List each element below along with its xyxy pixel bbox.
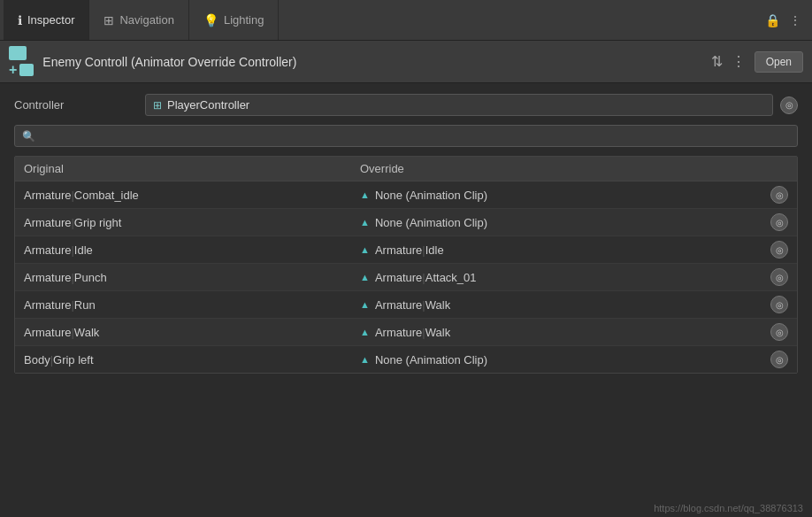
add-icon: + bbox=[9, 62, 17, 78]
cell-original-0: Armature|Combat_idle bbox=[24, 189, 360, 202]
row-target-button-0[interactable]: ◎ bbox=[770, 186, 788, 204]
cell-original-6: Body|Grip left bbox=[24, 353, 360, 367]
tab-bar-actions: 🔒 ⋮ bbox=[765, 13, 808, 27]
cell-override-text-6: None (Animation Clip) bbox=[375, 353, 765, 367]
cell-override-1: ▲ None (Animation Clip) ◎ bbox=[360, 213, 788, 231]
lighting-icon: 💡 bbox=[203, 13, 218, 27]
cell-override-text-0: None (Animation Clip) bbox=[375, 189, 765, 202]
anim-icon-5: ▲ bbox=[360, 327, 370, 337]
cell-override-5: ▲ Armature|Walk ◎ bbox=[360, 323, 788, 341]
controller-target-button[interactable]: ◎ bbox=[780, 96, 798, 114]
row-target-button-5[interactable]: ◎ bbox=[770, 323, 788, 341]
table-row: Armature|Walk ▲ Armature|Walk ◎ bbox=[15, 319, 797, 346]
asset-icon-group: + bbox=[9, 46, 34, 78]
table-row: Armature|Idle ▲ Armature|Idle ◎ bbox=[15, 236, 797, 264]
controller-row: Controller ⊞ PlayerController ◎ bbox=[14, 94, 798, 116]
cell-original-5: Armature|Walk bbox=[24, 326, 360, 339]
tab-lighting[interactable]: 💡 Lighting bbox=[189, 0, 280, 40]
col-override-header: Override bbox=[360, 162, 788, 175]
cell-original-2: Armature|Idle bbox=[24, 243, 360, 257]
row-target-button-3[interactable]: ◎ bbox=[770, 268, 788, 286]
cell-override-text-4: Armature|Walk bbox=[375, 298, 765, 312]
anim-icon-3: ▲ bbox=[360, 272, 370, 282]
animation-table: Original Override Armature|Combat_idle ▲… bbox=[14, 156, 798, 374]
search-bar: 🔍 bbox=[14, 125, 798, 147]
asset-icon-top bbox=[9, 46, 27, 60]
cell-original-3: Armature|Punch bbox=[24, 271, 360, 284]
cell-override-2: ▲ Armature|Idle ◎ bbox=[360, 241, 788, 258]
tab-navigation[interactable]: ⊞ Navigation bbox=[89, 0, 188, 40]
asset-title: Enemy Controll (Animator Override Contro… bbox=[42, 55, 701, 69]
header-dots-icon[interactable]: ⋮ bbox=[732, 53, 746, 70]
controller-value-field[interactable]: ⊞ PlayerController bbox=[145, 94, 773, 116]
main-content: Controller ⊞ PlayerController ◎ 🔍 Origin… bbox=[0, 83, 812, 384]
header-actions: ⇅ ⋮ Open bbox=[711, 51, 803, 73]
lock-icon[interactable]: 🔒 bbox=[765, 13, 780, 27]
footer-url: https://blog.csdn.net/qq_38876313 bbox=[654, 503, 803, 513]
header-row: + Enemy Controll (Animator Override Cont… bbox=[0, 41, 812, 83]
tab-inspector-label: Inspector bbox=[27, 13, 74, 27]
cell-original-4: Armature|Run bbox=[24, 298, 360, 312]
table-row: Armature|Punch ▲ Armature|Attack_01 ◎ bbox=[15, 264, 797, 291]
table-header: Original Override bbox=[15, 157, 797, 181]
table-row: Body|Grip left ▲ None (Animation Clip) ◎ bbox=[15, 346, 797, 373]
tab-inspector[interactable]: ℹ Inspector bbox=[4, 0, 89, 40]
asset-icon-bottom bbox=[19, 64, 34, 76]
col-original-header: Original bbox=[24, 162, 360, 175]
cell-override-4: ▲ Armature|Walk ◎ bbox=[360, 296, 788, 313]
cell-override-3: ▲ Armature|Attack_01 ◎ bbox=[360, 268, 788, 286]
row-target-button-6[interactable]: ◎ bbox=[770, 351, 788, 368]
cell-original-1: Armature|Grip right bbox=[24, 216, 360, 229]
controller-value-icon: ⊞ bbox=[153, 99, 162, 112]
anim-icon-2: ▲ bbox=[360, 244, 370, 255]
navigation-icon: ⊞ bbox=[103, 13, 114, 27]
anim-icon-0: ▲ bbox=[360, 189, 370, 200]
search-input[interactable] bbox=[41, 129, 790, 143]
row-target-button-1[interactable]: ◎ bbox=[770, 213, 788, 231]
more-options-icon[interactable]: ⋮ bbox=[789, 13, 801, 27]
table-row: Armature|Grip right ▲ None (Animation Cl… bbox=[15, 209, 797, 236]
controller-value-text: PlayerController bbox=[167, 98, 765, 112]
inspector-icon: ℹ bbox=[18, 13, 22, 27]
cell-override-text-5: Armature|Walk bbox=[375, 326, 765, 339]
cell-override-text-1: None (Animation Clip) bbox=[375, 216, 765, 229]
controller-label: Controller bbox=[14, 98, 138, 112]
anim-icon-1: ▲ bbox=[360, 217, 370, 228]
tab-lighting-label: Lighting bbox=[224, 13, 264, 27]
cell-override-6: ▲ None (Animation Clip) ◎ bbox=[360, 351, 788, 368]
row-target-button-2[interactable]: ◎ bbox=[770, 241, 788, 258]
anim-icon-6: ▲ bbox=[360, 354, 370, 365]
open-button[interactable]: Open bbox=[755, 51, 803, 73]
table-row: Armature|Combat_idle ▲ None (Animation C… bbox=[15, 181, 797, 209]
tab-bar: ℹ Inspector ⊞ Navigation 💡 Lighting 🔒 ⋮ bbox=[0, 0, 812, 41]
cell-override-text-3: Armature|Attack_01 bbox=[375, 271, 765, 284]
cell-override-0: ▲ None (Animation Clip) ◎ bbox=[360, 186, 788, 204]
search-icon: 🔍 bbox=[22, 130, 35, 143]
row-target-button-4[interactable]: ◎ bbox=[770, 296, 788, 313]
arrange-icon[interactable]: ⇅ bbox=[711, 53, 723, 70]
cell-override-text-2: Armature|Idle bbox=[375, 243, 765, 257]
tab-navigation-label: Navigation bbox=[119, 13, 173, 27]
anim-icon-4: ▲ bbox=[360, 299, 370, 310]
table-row: Armature|Run ▲ Armature|Walk ◎ bbox=[15, 291, 797, 319]
